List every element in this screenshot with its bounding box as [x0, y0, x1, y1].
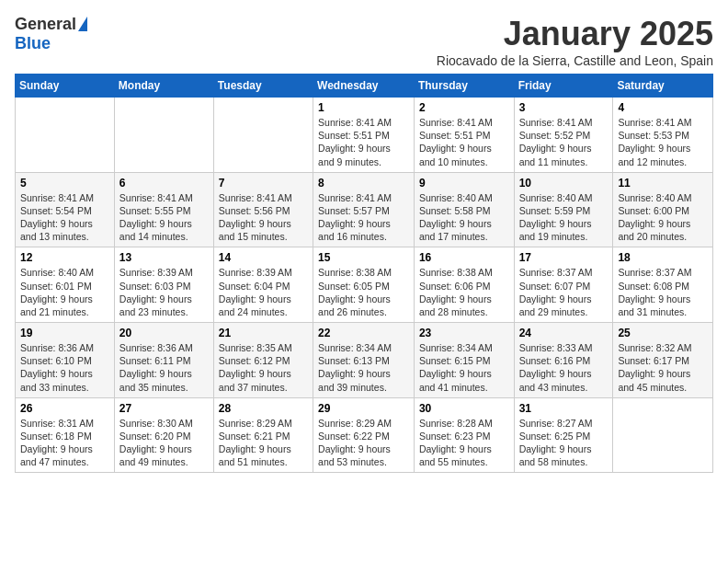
day-number: 27: [119, 402, 209, 415]
calendar-cell: 22Sunrise: 8:34 AM Sunset: 6:13 PM Dayli…: [313, 323, 415, 398]
day-number: 18: [618, 251, 708, 264]
day-header-tuesday: Tuesday: [213, 75, 313, 98]
day-info: Sunrise: 8:41 AM Sunset: 5:57 PM Dayligh…: [318, 191, 409, 244]
day-info: Sunrise: 8:41 AM Sunset: 5:54 PM Dayligh…: [20, 191, 109, 244]
day-number: 11: [618, 177, 708, 190]
day-info: Sunrise: 8:34 AM Sunset: 6:13 PM Dayligh…: [318, 341, 409, 394]
calendar-cell: 4Sunrise: 8:41 AM Sunset: 5:53 PM Daylig…: [613, 98, 713, 173]
day-number: 19: [20, 327, 109, 339]
calendar-cell: 31Sunrise: 8:27 AM Sunset: 6:25 PM Dayli…: [514, 397, 613, 473]
calendar-cell: 3Sunrise: 8:41 AM Sunset: 5:52 PM Daylig…: [514, 98, 613, 173]
day-info: Sunrise: 8:32 AM Sunset: 6:17 PM Dayligh…: [618, 341, 708, 394]
day-number: 8: [318, 177, 409, 190]
day-info: Sunrise: 8:41 AM Sunset: 5:55 PM Dayligh…: [119, 191, 209, 244]
day-info: Sunrise: 8:36 AM Sunset: 6:10 PM Dayligh…: [20, 341, 109, 394]
day-number: 7: [219, 177, 308, 190]
calendar-cell: [613, 397, 713, 473]
day-info: Sunrise: 8:27 AM Sunset: 6:25 PM Dayligh…: [519, 417, 609, 469]
day-number: 9: [419, 177, 509, 190]
calendar-table: SundayMondayTuesdayWednesdayThursdayFrid…: [15, 74, 713, 473]
day-number: 22: [318, 327, 409, 339]
day-info: Sunrise: 8:36 AM Sunset: 6:11 PM Dayligh…: [119, 341, 209, 394]
calendar-cell: 17Sunrise: 8:37 AM Sunset: 6:07 PM Dayli…: [514, 247, 613, 323]
calendar-cell: 21Sunrise: 8:35 AM Sunset: 6:12 PM Dayli…: [213, 323, 313, 398]
calendar-cell: 28Sunrise: 8:29 AM Sunset: 6:21 PM Dayli…: [213, 397, 313, 473]
day-info: Sunrise: 8:35 AM Sunset: 6:12 PM Dayligh…: [219, 341, 308, 394]
day-number: 23: [419, 327, 509, 339]
calendar-cell: 14Sunrise: 8:39 AM Sunset: 6:04 PM Dayli…: [213, 247, 313, 323]
day-number: 17: [519, 251, 609, 264]
day-number: 14: [219, 251, 308, 264]
title-block: January 2025 Riocavado de la Sierra, Cas…: [437, 15, 713, 68]
logo-blue-text: Blue: [15, 34, 51, 53]
calendar-cell: 26Sunrise: 8:31 AM Sunset: 6:18 PM Dayli…: [16, 397, 115, 473]
calendar-week-row: 26Sunrise: 8:31 AM Sunset: 6:18 PM Dayli…: [16, 397, 713, 473]
day-number: 3: [519, 101, 609, 114]
calendar-cell: 30Sunrise: 8:28 AM Sunset: 6:23 PM Dayli…: [414, 397, 514, 473]
calendar-cell: 29Sunrise: 8:29 AM Sunset: 6:22 PM Dayli…: [313, 397, 415, 473]
calendar-cell: 24Sunrise: 8:33 AM Sunset: 6:16 PM Dayli…: [514, 323, 613, 398]
calendar-cell: 7Sunrise: 8:41 AM Sunset: 5:56 PM Daylig…: [213, 172, 313, 247]
logo-triangle-icon: [78, 17, 87, 31]
day-number: 13: [119, 251, 209, 264]
day-number: 30: [419, 402, 509, 415]
day-info: Sunrise: 8:41 AM Sunset: 5:53 PM Dayligh…: [618, 116, 708, 168]
calendar-cell: 8Sunrise: 8:41 AM Sunset: 5:57 PM Daylig…: [313, 172, 415, 247]
calendar-cell: 20Sunrise: 8:36 AM Sunset: 6:11 PM Dayli…: [114, 323, 213, 398]
day-number: 1: [318, 101, 409, 114]
calendar-cell: 1Sunrise: 8:41 AM Sunset: 5:51 PM Daylig…: [313, 98, 415, 173]
day-info: Sunrise: 8:37 AM Sunset: 6:07 PM Dayligh…: [519, 266, 609, 318]
calendar-cell: [213, 98, 313, 173]
calendar-week-row: 5Sunrise: 8:41 AM Sunset: 5:54 PM Daylig…: [16, 172, 713, 247]
calendar-header-row: SundayMondayTuesdayWednesdayThursdayFrid…: [16, 75, 713, 98]
calendar-cell: 18Sunrise: 8:37 AM Sunset: 6:08 PM Dayli…: [613, 247, 713, 323]
logo: General Blue: [15, 15, 87, 53]
calendar-cell: 9Sunrise: 8:40 AM Sunset: 5:58 PM Daylig…: [414, 172, 514, 247]
day-header-thursday: Thursday: [414, 75, 514, 98]
day-number: 16: [419, 251, 509, 264]
day-number: 20: [119, 327, 209, 339]
day-info: Sunrise: 8:39 AM Sunset: 6:04 PM Dayligh…: [219, 266, 308, 318]
day-info: Sunrise: 8:40 AM Sunset: 6:00 PM Dayligh…: [618, 191, 708, 244]
calendar-cell: 27Sunrise: 8:30 AM Sunset: 6:20 PM Dayli…: [114, 397, 213, 473]
calendar-cell: 10Sunrise: 8:40 AM Sunset: 5:59 PM Dayli…: [514, 172, 613, 247]
day-number: 31: [519, 402, 609, 415]
calendar-week-row: 1Sunrise: 8:41 AM Sunset: 5:51 PM Daylig…: [16, 98, 713, 173]
day-header-wednesday: Wednesday: [313, 75, 415, 98]
day-info: Sunrise: 8:40 AM Sunset: 6:01 PM Dayligh…: [20, 266, 109, 318]
calendar-cell: 15Sunrise: 8:38 AM Sunset: 6:05 PM Dayli…: [313, 247, 415, 323]
day-info: Sunrise: 8:33 AM Sunset: 6:16 PM Dayligh…: [519, 341, 609, 394]
calendar-cell: 6Sunrise: 8:41 AM Sunset: 5:55 PM Daylig…: [114, 172, 213, 247]
day-info: Sunrise: 8:41 AM Sunset: 5:51 PM Dayligh…: [419, 116, 509, 168]
day-number: 26: [20, 402, 109, 415]
day-number: 24: [519, 327, 609, 339]
day-info: Sunrise: 8:38 AM Sunset: 6:05 PM Dayligh…: [318, 266, 409, 318]
calendar-week-row: 12Sunrise: 8:40 AM Sunset: 6:01 PM Dayli…: [16, 247, 713, 323]
calendar-cell: 5Sunrise: 8:41 AM Sunset: 5:54 PM Daylig…: [16, 172, 115, 247]
day-number: 12: [20, 251, 109, 264]
logo-general-text: General: [15, 15, 76, 34]
day-number: 25: [618, 327, 708, 339]
day-info: Sunrise: 8:40 AM Sunset: 5:59 PM Dayligh…: [519, 191, 609, 244]
day-info: Sunrise: 8:37 AM Sunset: 6:08 PM Dayligh…: [618, 266, 708, 318]
calendar-cell: [16, 98, 115, 173]
day-header-sunday: Sunday: [16, 75, 115, 98]
calendar-cell: 16Sunrise: 8:38 AM Sunset: 6:06 PM Dayli…: [414, 247, 514, 323]
day-number: 2: [419, 101, 509, 114]
day-info: Sunrise: 8:38 AM Sunset: 6:06 PM Dayligh…: [419, 266, 509, 318]
day-number: 10: [519, 177, 609, 190]
calendar-week-row: 19Sunrise: 8:36 AM Sunset: 6:10 PM Dayli…: [16, 323, 713, 398]
calendar-cell: 23Sunrise: 8:34 AM Sunset: 6:15 PM Dayli…: [414, 323, 514, 398]
day-info: Sunrise: 8:40 AM Sunset: 5:58 PM Dayligh…: [419, 191, 509, 244]
day-info: Sunrise: 8:41 AM Sunset: 5:51 PM Dayligh…: [318, 116, 409, 168]
calendar-cell: 11Sunrise: 8:40 AM Sunset: 6:00 PM Dayli…: [613, 172, 713, 247]
day-info: Sunrise: 8:39 AM Sunset: 6:03 PM Dayligh…: [119, 266, 209, 318]
day-info: Sunrise: 8:29 AM Sunset: 6:21 PM Dayligh…: [219, 417, 308, 469]
location-subtitle: Riocavado de la Sierra, Castille and Leo…: [437, 53, 713, 68]
day-number: 28: [219, 402, 308, 415]
day-number: 6: [119, 177, 209, 190]
day-number: 4: [618, 101, 708, 114]
day-info: Sunrise: 8:28 AM Sunset: 6:23 PM Dayligh…: [419, 417, 509, 469]
day-info: Sunrise: 8:41 AM Sunset: 5:56 PM Dayligh…: [219, 191, 308, 244]
day-header-monday: Monday: [114, 75, 213, 98]
